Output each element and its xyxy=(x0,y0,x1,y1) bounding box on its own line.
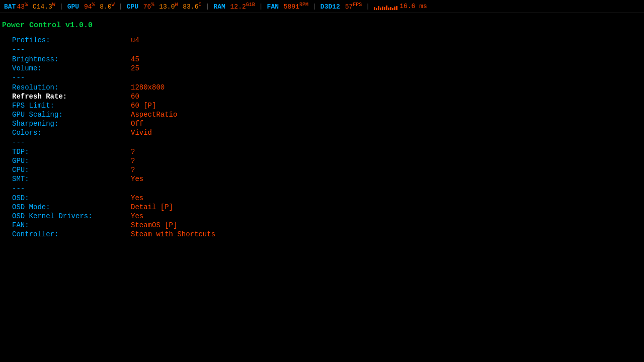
main-content: Power Control v1.0.0 Profiles: u4 --- Br… xyxy=(0,13,644,239)
divider-4: --- xyxy=(0,184,131,194)
tdp-value[interactable]: ? xyxy=(131,147,644,156)
frametime-value: 16.6 ms xyxy=(399,3,427,10)
fps-limit-label[interactable]: FPS Limit: xyxy=(0,101,131,110)
bat-value: 43% xyxy=(17,2,28,11)
bat-extra: C14.3W xyxy=(29,2,55,11)
volume-label[interactable]: Volume: xyxy=(0,64,131,73)
osd-mode-value[interactable]: Detail [P] xyxy=(131,203,644,212)
cpu-value: 76% xyxy=(139,2,154,11)
ram-value: 12.2GiB xyxy=(226,2,255,11)
cpu-label: CPU xyxy=(127,3,138,11)
colors-label[interactable]: Colors: xyxy=(0,128,131,137)
osd-mode-label[interactable]: OSD Mode: xyxy=(0,203,131,212)
sep1: | xyxy=(59,3,63,10)
brightness-label[interactable]: Brightness: xyxy=(0,55,131,64)
resolution-label[interactable]: Resolution: xyxy=(0,83,131,92)
smt-value[interactable]: Yes xyxy=(131,174,644,184)
divider-3-empty xyxy=(131,137,644,147)
app-title: Power Control v1.0.0 xyxy=(0,21,644,36)
sep4: | xyxy=(259,3,263,10)
bat-stat: BAT 43% C14.3W xyxy=(4,2,55,11)
gpu-value: 94% xyxy=(80,2,95,11)
gpu-scaling-value[interactable]: AspectRatio xyxy=(131,110,644,119)
gpu-power-value[interactable]: ? xyxy=(131,156,644,165)
ram-label: RAM xyxy=(213,3,225,11)
sep3: | xyxy=(206,3,210,10)
sep5: | xyxy=(312,3,316,10)
divider-1: --- xyxy=(0,45,131,55)
sharpening-value[interactable]: Off xyxy=(131,119,644,128)
fan-setting-label[interactable]: FAN: xyxy=(0,221,131,230)
fan-stat: FAN 5891RPM xyxy=(267,2,308,11)
osd-kernel-value[interactable]: Yes xyxy=(131,212,644,221)
cpu-power-value[interactable]: ? xyxy=(131,165,644,174)
gpu-label: GPU xyxy=(67,3,79,11)
controller-label[interactable]: Controller: xyxy=(0,230,131,239)
fps-limit-value[interactable]: 60 [P] xyxy=(131,101,644,110)
gpu-scaling-label[interactable]: GPU Scaling: xyxy=(0,110,131,119)
osd-value[interactable]: Yes xyxy=(131,194,644,203)
divider-2-empty xyxy=(131,73,644,83)
smt-label[interactable]: SMT: xyxy=(0,174,131,184)
sharpening-label[interactable]: Sharpening: xyxy=(0,119,131,128)
tdp-label[interactable]: TDP: xyxy=(0,147,131,156)
cpu-stat: CPU 76% 13.0W 83.6C xyxy=(127,2,202,11)
fan-value: 5891RPM xyxy=(280,2,308,11)
bat-label: BAT xyxy=(4,3,16,11)
frametime-stat: 16.6 ms xyxy=(374,3,427,10)
sep6: | xyxy=(366,3,370,10)
d3d12-label: D3D12 xyxy=(320,3,340,11)
refresh-rate-label[interactable]: Refresh Rate: xyxy=(0,92,131,101)
gpu-extra: 8.0W xyxy=(96,2,115,11)
profiles-value[interactable]: u4 xyxy=(131,36,644,45)
divider-2: --- xyxy=(0,73,131,83)
cpu-power-label[interactable]: CPU: xyxy=(0,165,131,174)
fan-setting-value[interactable]: SteamOS [P] xyxy=(131,221,644,230)
divider-4-empty xyxy=(131,184,644,194)
settings-table: Profiles: u4 --- Brightness: 45 Volume: … xyxy=(0,36,644,239)
controller-value[interactable]: Steam with Shortcuts xyxy=(131,230,644,239)
sep2: | xyxy=(119,3,123,10)
d3d12-stat: D3D12 57FPS xyxy=(320,2,362,11)
volume-value[interactable]: 25 xyxy=(131,64,644,73)
cpu-extra2: 83.6C xyxy=(179,2,201,11)
cpu-extra1: 13.0W xyxy=(155,2,178,11)
resolution-value[interactable]: 1280x800 xyxy=(131,83,644,92)
refresh-rate-value[interactable]: 60 xyxy=(131,92,644,101)
osd-label[interactable]: OSD: xyxy=(0,194,131,203)
divider-3: --- xyxy=(0,137,131,147)
divider-1-empty xyxy=(131,45,644,55)
brightness-value[interactable]: 45 xyxy=(131,55,644,64)
profiles-label[interactable]: Profiles: xyxy=(0,36,131,45)
status-bar: BAT 43% C14.3W | GPU 94% 8.0W | CPU 76% … xyxy=(0,0,644,13)
osd-kernel-label[interactable]: OSD Kernel Drivers: xyxy=(0,212,131,221)
ram-stat: RAM 12.2GiB xyxy=(213,2,255,11)
gpu-stat: GPU 94% 8.0W xyxy=(67,2,115,11)
gpu-power-label[interactable]: GPU: xyxy=(0,156,131,165)
d3d12-value: 57FPS xyxy=(341,2,362,11)
frametime-graph xyxy=(374,3,397,10)
fan-label: FAN xyxy=(267,3,279,11)
colors-value[interactable]: Vivid xyxy=(131,128,644,137)
